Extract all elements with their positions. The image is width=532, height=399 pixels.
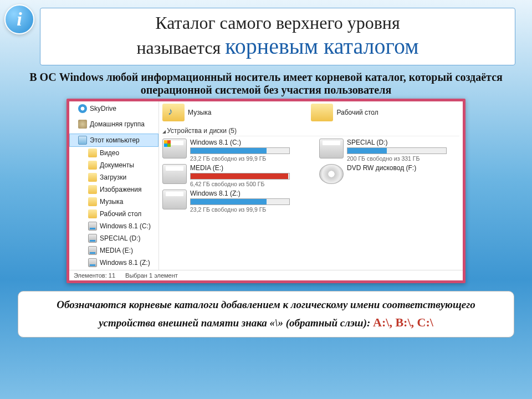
pc-icon (78, 136, 87, 145)
sidebar-label: Изображения (100, 185, 141, 195)
drive-stat: 23,2 ГБ свободно из 99,9 ГБ (190, 155, 303, 162)
usage-bar (347, 147, 447, 154)
drives-grid: Windows 8.1 (C:) 23,2 ГБ свободно из 99,… (162, 139, 459, 213)
drive-icon (319, 139, 344, 158)
file-explorer-window: SkyDrive Домашняя группа Этот компьютер … (66, 99, 466, 283)
subtitle: В ОС Windows любой информационный носите… (13, 71, 519, 96)
drive-f-dvd[interactable]: DVD RW дисковод (F:) (319, 164, 459, 187)
sidebar-item-desktop[interactable]: Рабочий стол (69, 208, 158, 220)
title-box: Каталог самого верхнего уровня называетс… (40, 8, 515, 65)
skydrive-icon (78, 104, 87, 113)
folder-icon (88, 185, 97, 194)
usage-bar (190, 147, 290, 154)
usage-fill (347, 148, 387, 154)
drive-stat: 23,2 ГБ свободно из 99,9 ГБ (190, 206, 303, 213)
sidebar-label: Этот компьютер (90, 135, 140, 145)
sidebar-item-documents[interactable]: Документы (69, 159, 158, 171)
footer-note: Обозначаются корневые каталоги добавлени… (18, 291, 514, 337)
footer-emphasis: А:\, В:\, С:\ (373, 315, 433, 329)
drive-name: DVD RW дисковод (F:) (347, 164, 459, 172)
folder-label: Рабочий стол (336, 109, 378, 116)
folder-icon (88, 209, 97, 218)
sidebar-item-drive-e[interactable]: MEDIA (E:) (69, 244, 158, 257)
folder-desktop[interactable]: Рабочий стол (311, 104, 378, 121)
sidebar-label: Домашняя группа (90, 119, 145, 129)
sidebar-item-skydrive[interactable]: SkyDrive (69, 103, 158, 115)
folder-icon (88, 173, 97, 182)
sidebar-label: MEDIA (E:) (100, 245, 133, 255)
drive-icon (162, 190, 187, 209)
drive-c[interactable]: Windows 8.1 (C:) 23,2 ГБ свободно из 99,… (162, 139, 303, 162)
usage-fill (191, 173, 288, 179)
drive-icon (162, 139, 187, 158)
explorer-sidebar: SkyDrive Домашняя группа Этот компьютер … (69, 101, 159, 270)
folder-icon (88, 197, 97, 206)
sidebar-label: Музыка (100, 197, 123, 207)
usage-fill (191, 148, 267, 154)
title-line1: Каталог самого верхнего уровня (48, 13, 507, 33)
title-prefix: называется (136, 38, 225, 58)
sidebar-item-drive-c[interactable]: Windows 8.1 (C:) (69, 220, 158, 232)
drive-icon (88, 258, 97, 267)
sidebar-item-drive-z[interactable]: Windows 8.1 (Z:) (69, 257, 158, 269)
sidebar-label: SPECIAL (D:) (100, 233, 141, 243)
drive-icon (88, 246, 97, 255)
drive-icon (88, 234, 97, 243)
sidebar-label: Загрузки (100, 172, 126, 182)
sidebar-item-music[interactable]: Музыка (69, 196, 158, 208)
drive-name: SPECIAL (D:) (347, 139, 459, 146)
info-icon: i (4, 4, 34, 34)
sidebar-label: SkyDrive (90, 104, 116, 114)
sidebar-item-drive-d[interactable]: SPECIAL (D:) (69, 232, 158, 244)
drive-stat: 200 ГБ свободно из 331 ГБ (347, 155, 459, 162)
explorer-main: Музыка Рабочий стол Устройства и диски (… (159, 101, 463, 270)
title-emphasis: корневым каталогом (225, 34, 418, 59)
status-count: Элементов: 11 (74, 272, 115, 279)
drive-name: MEDIA (E:) (190, 164, 303, 172)
drive-stat: 6,42 ГБ свободно из 500 ГБ (190, 181, 303, 187)
sidebar-item-video[interactable]: Видео (69, 147, 158, 159)
usage-bar (190, 198, 290, 205)
drive-icon (162, 164, 187, 184)
sidebar-item-this-pc[interactable]: Этот компьютер (69, 134, 158, 147)
folder-music[interactable]: Музыка (162, 104, 211, 121)
folder-icon (88, 161, 97, 170)
homegroup-icon (78, 120, 87, 129)
sidebar-label: Документы (100, 160, 134, 170)
desktop-folder-icon (311, 104, 333, 121)
drive-name: Windows 8.1 (C:) (190, 139, 303, 146)
sidebar-label: Рабочий стол (100, 209, 141, 219)
sidebar-item-pictures[interactable]: Изображения (69, 183, 158, 196)
drive-d[interactable]: SPECIAL (D:) 200 ГБ свободно из 331 ГБ (319, 139, 459, 162)
folder-icon (88, 149, 97, 157)
sidebar-item-downloads[interactable]: Загрузки (69, 171, 158, 183)
section-header-devices[interactable]: Устройства и диски (5) (162, 126, 459, 136)
sidebar-label: Видео (100, 148, 119, 158)
status-selected: Выбран 1 элемент (125, 272, 178, 279)
title-line2: называется корневым каталогом (48, 33, 507, 59)
usage-fill (191, 199, 267, 204)
sidebar-item-homegroup[interactable]: Домашняя группа (69, 118, 158, 130)
folder-label: Музыка (188, 109, 211, 116)
drive-icon (88, 222, 97, 231)
dvd-icon (319, 164, 344, 184)
drive-name: Windows 8.1 (Z:) (190, 190, 303, 197)
drive-e[interactable]: MEDIA (E:) 6,42 ГБ свободно из 500 ГБ (162, 164, 303, 187)
drive-z[interactable]: Windows 8.1 (Z:) 23,2 ГБ свободно из 99,… (162, 190, 303, 213)
sidebar-label: Windows 8.1 (C:) (100, 221, 151, 231)
usage-bar (190, 173, 290, 180)
statusbar: Элементов: 11 Выбран 1 элемент (69, 270, 463, 280)
sidebar-label: Windows 8.1 (Z:) (100, 258, 150, 268)
music-folder-icon (162, 104, 185, 121)
